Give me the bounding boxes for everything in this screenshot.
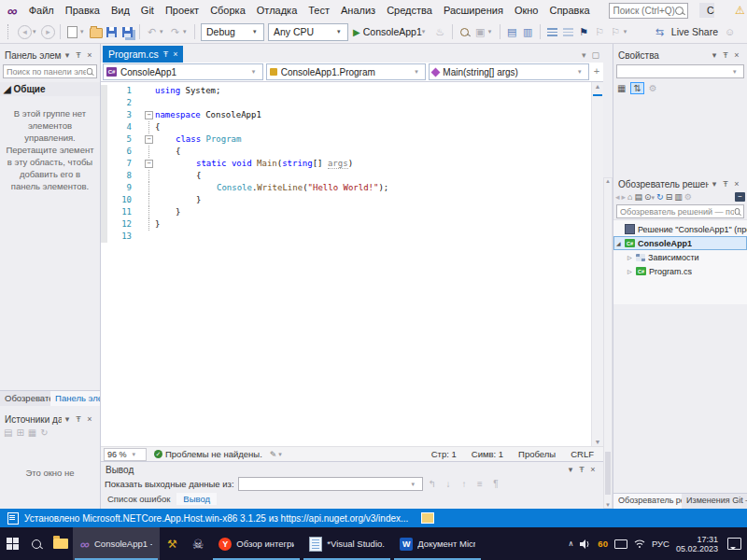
code-line-4[interactable]: 4{ — [101, 121, 592, 133]
save-icon[interactable] — [104, 23, 120, 40]
status-segment[interactable]: Стр: 1 — [431, 449, 457, 459]
next-message-icon[interactable]: ↑ — [458, 479, 471, 489]
toolbox-window-menu-icon[interactable]: ▾ — [62, 50, 73, 60]
code-editor[interactable]: 1using System;23−namespace ConsoleApp14{… — [101, 82, 592, 446]
properties-object-select[interactable]: ▾ — [616, 64, 744, 78]
se-forward-icon[interactable]: ▸ — [622, 192, 627, 202]
se-show-all-files-icon[interactable]: ▥ — [674, 192, 683, 202]
properties-close-icon[interactable]: × — [731, 50, 742, 60]
undo-dropdown-icon[interactable]: ▾ — [160, 28, 167, 35]
code-line-10[interactable]: 10} — [101, 194, 592, 206]
solution-platform-select[interactable]: Any CPU▾ — [268, 23, 348, 41]
speaker-icon[interactable] — [580, 539, 591, 549]
se-home-icon[interactable]: ⌂ — [627, 192, 632, 202]
language-indicator[interactable]: РУС — [652, 539, 669, 549]
dock-scroll-up-icon[interactable]: ▲ — [604, 178, 612, 184]
data-sources-pin-icon[interactable]: Ŧ — [73, 414, 84, 424]
taskbar-button-Обзор интегриров...[interactable]: YОбзор интегриров... — [211, 527, 302, 560]
tab-server-explorer[interactable]: Обозревате... — [0, 391, 50, 406]
hot-reload-icon[interactable]: ♨ — [432, 23, 448, 40]
split-window-icon[interactable]: + — [590, 63, 603, 81]
tree-item-Program.cs[interactable]: ▷C#Program.cs — [613, 264, 747, 278]
tree-item-ConsoleApp1[interactable]: ◢C#ConsoleApp1 — [613, 236, 747, 250]
output-pin-icon[interactable]: Ŧ — [576, 465, 587, 474]
tab-output[interactable]: Вывод — [176, 493, 217, 505]
configure-data-source-icon[interactable]: ▦ — [28, 427, 36, 438]
properties-window-menu-icon[interactable]: ▾ — [709, 50, 720, 60]
solution-explorer-shortcut-icon[interactable]: ▤ — [504, 23, 520, 40]
tab-toolbox[interactable]: Панель эле... — [50, 391, 100, 406]
new-item-dropdown-icon[interactable]: ▾ — [80, 28, 88, 35]
alphabetical-sort-icon[interactable]: ⇅ — [630, 82, 643, 94]
refresh-data-source-icon[interactable]: ↻ — [40, 427, 48, 438]
toolbox-pin-icon[interactable]: Ŧ — [73, 50, 84, 60]
word-wrap-icon[interactable]: ¶ — [490, 479, 502, 489]
collapse-region-icon[interactable]: − — [145, 135, 153, 144]
previous-bookmark-icon[interactable]: ⚐ — [592, 23, 608, 40]
taskbar-search-button[interactable] — [24, 527, 49, 560]
toolbox-group-header[interactable]: ◢ Общие — [0, 82, 100, 96]
menu-item-Сборка[interactable]: Сборка — [204, 0, 251, 21]
code-line-2[interactable]: 2 — [101, 97, 592, 109]
project-dropdown[interactable]: C# ConsoleApp1 ▾ — [103, 63, 263, 80]
tree-item-Решение "ConsoleApp1" (проекты: 1 из 1)[interactable]: Решение "ConsoleApp1" (проекты: 1 из 1) — [613, 222, 747, 236]
menu-item-Проект[interactable]: Проект — [160, 0, 204, 21]
data-sources-close-icon[interactable]: × — [84, 414, 95, 424]
categorized-view-icon[interactable]: ▦ — [617, 83, 626, 93]
clear-output-icon[interactable]: ≡ — [474, 479, 486, 489]
se-collapse-all-icon[interactable]: ⊟ — [666, 192, 673, 202]
se-pending-changes-filter-icon[interactable]: ⊙▾ — [644, 192, 655, 202]
solution-explorer-close-icon[interactable]: × — [731, 179, 742, 189]
tree-item-Зависимости[interactable]: ▷Зависимости — [613, 250, 747, 264]
file-explorer-button[interactable] — [49, 527, 73, 560]
redo-dropdown-icon[interactable]: ▾ — [183, 28, 190, 35]
float-window-icon[interactable]: ▢ — [591, 50, 599, 60]
tab-git-changes[interactable]: Изменения Git — п... — [682, 494, 747, 510]
navigate-forward-icon[interactable]: ▸ — [41, 25, 55, 39]
scroll-up-icon[interactable]: ▲ — [592, 83, 603, 90]
tray-chevron-icon[interactable]: ∧ — [568, 539, 573, 548]
menu-item-Тест[interactable]: Тест — [303, 0, 335, 21]
menu-item-Средства[interactable]: Средства — [381, 0, 438, 21]
open-file-icon[interactable] — [88, 23, 104, 40]
tab-close-icon[interactable]: × — [173, 49, 177, 59]
tab-program-cs[interactable]: Program.cs Ŧ × — [103, 46, 183, 63]
quick-search-input[interactable]: Поиск (Ctrl+Q) — [609, 3, 688, 19]
new-project-icon[interactable] — [64, 23, 80, 40]
goto-message-icon[interactable]: ↰ — [427, 479, 439, 489]
status-segment[interactable]: Пробелы — [518, 449, 556, 459]
save-all-icon[interactable] — [120, 23, 135, 40]
intellisense-icon[interactable]: ▣ — [472, 23, 488, 40]
collapse-region-icon[interactable]: − — [145, 160, 153, 168]
output-window-menu-icon[interactable]: ▾ — [565, 465, 576, 474]
tree-expander-icon[interactable]: ▷ — [627, 268, 636, 274]
code-line-12[interactable]: 12} — [101, 218, 592, 231]
tab-solution-explorer[interactable]: Обозреватель реше... — [613, 494, 682, 510]
tab-error-list[interactable]: Список ошибок — [101, 493, 176, 505]
dock-scroll-thumb[interactable] — [605, 452, 611, 495]
notification-warning-icon[interactable]: ⚠ — [735, 4, 745, 17]
status-segment[interactable]: Симв: 1 — [472, 449, 503, 459]
bookmark-dropdown-icon[interactable]: ▾ — [624, 28, 631, 35]
solution-explorer-search-input[interactable]: Обозреватель решений — поиск (Ctrl+» — [616, 204, 744, 218]
next-bookmark-icon[interactable]: ⚐ — [608, 23, 624, 40]
collapse-region-icon[interactable]: − — [145, 111, 153, 119]
menu-item-Окно[interactable]: Окно — [509, 0, 544, 21]
properties-wrench-icon[interactable]: ⚙ — [649, 83, 657, 93]
start-debugging-button[interactable]: ▶ ConsoleApp1 ▾ — [350, 23, 432, 40]
toolbox-close-icon[interactable]: × — [84, 50, 95, 60]
properties-pin-icon[interactable]: Ŧ — [720, 50, 731, 60]
zoom-select[interactable]: 96 % ▾ — [104, 448, 147, 461]
dock-scroll-down-icon[interactable]: ▼ — [604, 502, 612, 508]
taskbar-button-Документ Microso...[interactable]: WДокумент Microso... — [392, 527, 483, 560]
taskbar-button-skull-icon[interactable]: ☠ — [185, 527, 212, 560]
se-switch-views-icon[interactable]: ▤ — [635, 192, 643, 202]
bookmark-icon[interactable]: ⚑ — [576, 23, 592, 40]
indent-increase-icon[interactable] — [560, 23, 576, 40]
type-dropdown[interactable]: ConsoleApp1.Program ▾ — [266, 63, 427, 80]
code-line-7[interactable]: 7−static void Main(string[] args) — [101, 158, 592, 170]
code-line-13[interactable]: 13 — [101, 231, 592, 243]
scroll-down-icon[interactable]: ▼ — [592, 439, 603, 445]
right-dock-scrollbar[interactable]: ▲ ▼ — [603, 177, 613, 509]
wifi-icon[interactable] — [634, 539, 645, 548]
